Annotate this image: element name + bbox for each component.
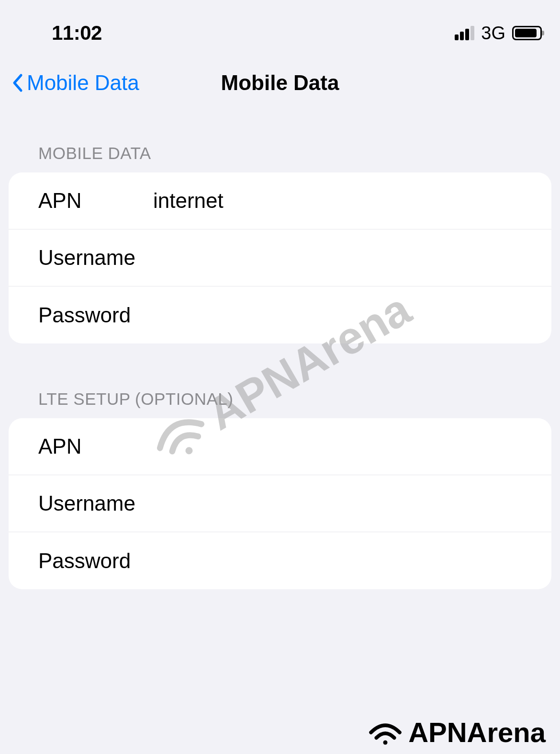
network-type: 3G [481,23,505,44]
status-indicators: 3G [455,23,542,44]
back-label: Mobile Data [27,71,139,95]
username-input[interactable] [153,246,522,270]
cellular-signal-icon [455,26,474,40]
wifi-icon [366,718,404,747]
section-header-lte-setup: LTE SETUP (OPTIONAL) [9,389,551,418]
row-lte-username[interactable]: Username [9,475,551,532]
row-username[interactable]: Username [9,229,551,286]
lte-password-label: Password [38,549,153,573]
lte-apn-input[interactable] [153,434,522,458]
apn-label: APN [38,189,153,213]
section-lte-setup: APN Username Password [9,418,551,589]
watermark-bottom: APNArena [366,716,546,748]
section-mobile-data: APN Username Password [9,172,551,343]
password-input[interactable] [153,303,522,327]
status-time: 11:02 [52,22,102,45]
row-apn[interactable]: APN [9,172,551,229]
lte-username-input[interactable] [153,491,522,515]
status-bar: 11:02 3G [0,0,560,48]
row-lte-password[interactable]: Password [9,532,551,589]
lte-apn-label: APN [38,434,153,458]
password-label: Password [38,303,153,327]
lte-username-label: Username [38,491,153,515]
lte-password-input[interactable] [153,549,522,573]
battery-icon [512,26,542,40]
row-password[interactable]: Password [9,286,551,343]
svg-point-1 [383,740,388,744]
section-header-mobile-data: MOBILE DATA [9,144,551,172]
content: MOBILE DATA APN Username Password LTE SE… [0,101,560,589]
chevron-left-icon [11,73,23,92]
navigation-bar: Mobile Data Mobile Data [0,48,560,101]
row-lte-apn[interactable]: APN [9,418,551,475]
username-label: Username [38,246,153,270]
page-title: Mobile Data [221,71,339,95]
back-button[interactable]: Mobile Data [11,71,139,95]
apn-input[interactable] [153,189,522,213]
